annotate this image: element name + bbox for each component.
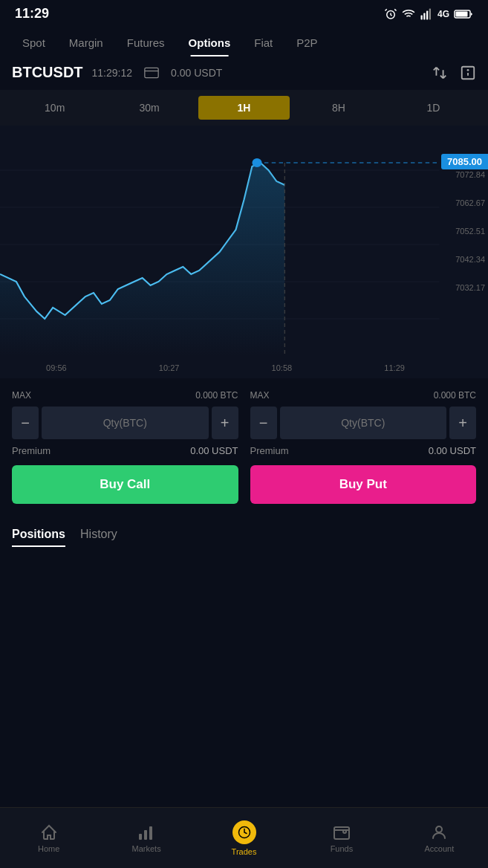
time-10m[interactable]: 10m — [9, 96, 100, 120]
trading-section: MAX 0.000 BTC − + Premium 0.00 USDT Buy … — [0, 378, 488, 516]
y-label-1: 7072.84 — [445, 170, 485, 179]
chart-y-axis: 7072.84 7062.67 7052.51 7042.34 7032.17 — [445, 170, 488, 292]
market-nav-tabs: Spot Margin Futures Options Fiat P2P — [0, 25, 488, 55]
put-premium-value: 0.00 USDT — [429, 445, 476, 456]
put-premium-row: Premium 0.00 USDT — [250, 445, 477, 456]
put-qty-input[interactable] — [280, 407, 447, 439]
call-max-row: MAX 0.000 BTC — [12, 390, 238, 401]
trades-icon — [238, 826, 251, 839]
pair-balance: 0.00 USDT — [171, 67, 222, 79]
x-label-1: 09:56 — [46, 363, 67, 372]
bottom-navigation: Home Markets Trades Funds Accoun — [0, 807, 488, 868]
call-qty-row: − + — [12, 407, 238, 439]
wifi-icon — [402, 7, 415, 21]
put-qty-plus[interactable]: + — [449, 407, 476, 439]
svg-rect-19 — [139, 834, 142, 840]
tab-margin[interactable]: Margin — [59, 30, 114, 55]
put-max-label: MAX — [250, 390, 270, 401]
time-8h[interactable]: 8H — [293, 96, 384, 120]
funds-icon — [333, 823, 351, 841]
tab-spot[interactable]: Spot — [12, 30, 56, 55]
chart-svg — [0, 126, 488, 378]
nav-markets-label: Markets — [132, 844, 161, 853]
nav-account-label: Account — [424, 844, 454, 853]
call-qty-input[interactable] — [42, 407, 209, 439]
buy-put-col: MAX 0.000 BTC − + Premium 0.00 USDT Buy … — [250, 390, 477, 504]
tab-options[interactable]: Options — [178, 30, 241, 55]
buy-put-button[interactable]: Buy Put — [250, 465, 477, 504]
put-max-value: 0.000 BTC — [434, 390, 476, 401]
status-time: 11:29 — [15, 6, 49, 22]
position-history-tabs: Positions History — [0, 516, 488, 547]
nav-trades[interactable]: Trades — [195, 808, 293, 868]
svg-point-18 — [252, 158, 261, 167]
current-price-label: 7085.00 — [441, 154, 488, 169]
y-label-4: 7042.34 — [445, 255, 485, 264]
nav-markets[interactable]: Markets — [97, 808, 195, 868]
signal-icon — [420, 7, 433, 21]
buy-call-button[interactable]: Buy Call — [12, 465, 238, 504]
status-bar: 11:29 4G — [0, 0, 488, 25]
battery-icon — [454, 9, 473, 19]
chart-x-axis: 09:56 10:27 10:58 11:29 — [0, 363, 451, 372]
svg-rect-7 — [145, 68, 158, 77]
time-1d[interactable]: 1D — [388, 96, 479, 120]
y-label-3: 7052.51 — [445, 227, 485, 236]
svg-rect-1 — [420, 15, 422, 19]
nav-home[interactable]: Home — [0, 808, 97, 868]
pair-name[interactable]: BTCUSDT — [12, 64, 83, 81]
nav-funds[interactable]: Funds — [293, 808, 390, 868]
svg-rect-2 — [423, 13, 425, 19]
svg-point-24 — [436, 826, 442, 832]
trading-columns: MAX 0.000 BTC − + Premium 0.00 USDT Buy … — [12, 390, 476, 504]
x-label-2: 10:27 — [159, 363, 180, 372]
price-chart: 7085.00 7072.84 7062.67 7052.51 7042.34 … — [0, 126, 488, 378]
info-icon[interactable] — [460, 65, 476, 81]
put-qty-row: − + — [250, 407, 477, 439]
trades-circle — [232, 820, 256, 844]
tab-p2p[interactable]: P2P — [286, 30, 328, 55]
put-premium-label: Premium — [250, 445, 289, 456]
home-icon — [40, 823, 58, 841]
transfer-icon[interactable] — [432, 65, 448, 81]
call-premium-row: Premium 0.00 USDT — [12, 445, 238, 456]
card-icon — [144, 67, 159, 79]
alarm-icon — [384, 7, 397, 21]
status-icons: 4G — [384, 7, 473, 21]
header-actions — [432, 65, 476, 81]
time-1h[interactable]: 1H — [198, 96, 290, 120]
y-label-5: 7032.17 — [445, 283, 485, 292]
tab-futures[interactable]: Futures — [117, 30, 175, 55]
buy-call-col: MAX 0.000 BTC − + Premium 0.00 USDT Buy … — [12, 390, 238, 504]
call-max-label: MAX — [12, 390, 31, 401]
nav-funds-label: Funds — [331, 844, 354, 853]
put-max-row: MAX 0.000 BTC — [250, 390, 477, 401]
time-30m[interactable]: 30m — [103, 96, 195, 120]
y-label-2: 7062.67 — [445, 198, 485, 207]
markets-icon — [137, 823, 155, 841]
x-label-4: 11:29 — [384, 363, 405, 372]
pair-header: BTCUSDT 11:29:12 0.00 USDT — [0, 55, 488, 90]
call-max-value: 0.000 BTC — [195, 390, 238, 401]
time-selector: 10m 30m 1H 8H 1D — [0, 90, 488, 126]
call-qty-minus[interactable]: − — [12, 407, 39, 439]
svg-rect-4 — [429, 8, 431, 19]
x-label-3: 10:58 — [272, 363, 293, 372]
nav-home-label: Home — [38, 844, 59, 853]
nav-account[interactable]: Account — [391, 808, 488, 868]
svg-rect-23 — [334, 827, 349, 839]
positions-tab[interactable]: Positions — [12, 528, 65, 547]
call-premium-value: 0.00 USDT — [190, 445, 238, 456]
call-qty-plus[interactable]: + — [212, 407, 238, 439]
history-tab[interactable]: History — [80, 528, 117, 547]
svg-rect-21 — [149, 826, 152, 840]
network-type: 4G — [437, 9, 449, 19]
call-premium-label: Premium — [12, 445, 51, 456]
svg-rect-6 — [456, 11, 468, 16]
tab-fiat[interactable]: Fiat — [244, 30, 283, 55]
put-qty-minus[interactable]: − — [250, 407, 277, 439]
svg-rect-20 — [144, 830, 147, 840]
svg-rect-3 — [426, 10, 428, 19]
pair-timestamp: 11:29:12 — [92, 67, 133, 79]
nav-trades-label: Trades — [232, 847, 257, 856]
